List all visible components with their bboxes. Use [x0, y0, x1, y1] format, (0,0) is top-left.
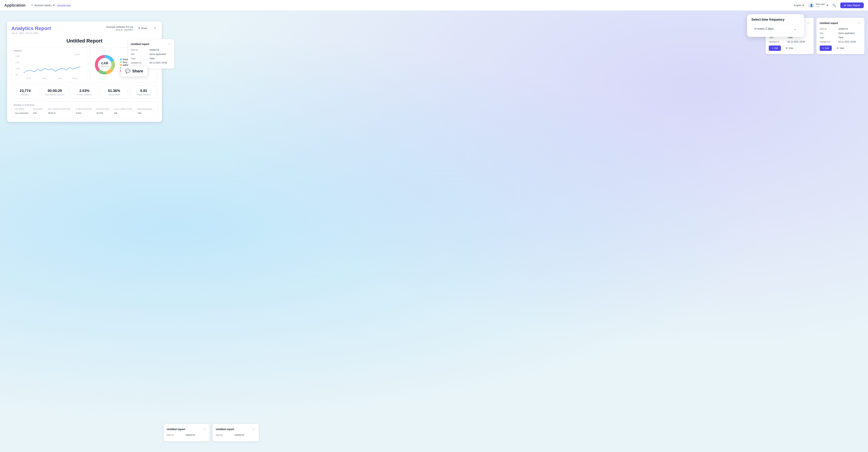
donut-center-label: Sessions	[101, 65, 108, 67]
col-new-sessions: % NEW SESSIONS	[74, 108, 95, 111]
data-table: KEYWORD SESSIONS ↓ AVG. SESSION DURATION…	[14, 108, 155, 115]
time-freq-chevron-icon: ⌄	[794, 27, 797, 31]
col-bounce: BOUNCE RATE	[95, 108, 112, 111]
language-selector[interactable]: English	[793, 3, 806, 7]
time-freq-value: In every 2 days	[754, 27, 774, 30]
line-chart-svg: 2,000 1,500 1,000 500 32,104	[14, 53, 85, 80]
col-goals: GOAL COMPLETIONS	[113, 108, 136, 111]
col-avg-session: AVG. SESSION DURATION	[46, 108, 74, 111]
search-button[interactable]: 🔍	[831, 2, 837, 8]
report-card-bottom-2: Untitled report ⋯ GA4 Id : 34565276	[213, 424, 259, 441]
cell-avg-session: 00:00:15	[46, 111, 74, 115]
metric-sessions: 23,774 Sessions	[11, 86, 39, 99]
metric-bounce-rate-label: Bounce Rate	[103, 93, 125, 96]
new-report-label: New Report	[847, 4, 860, 7]
close-button[interactable]: ×	[153, 26, 157, 31]
col-keyword: KEYWORD	[14, 108, 32, 111]
user-name: Test user	[815, 3, 825, 5]
report-card-1-view-button[interactable]: 👁 View	[783, 46, 796, 51]
report-card-2-edit-button[interactable]: ✏ Edit	[820, 46, 832, 51]
user-plan: Free	[815, 5, 825, 8]
report-card-bottom-1-header: Untitled report ⋯	[167, 427, 207, 431]
partial-field-updated: Updated At : 02-11-2023, 03:06	[131, 62, 172, 64]
line-chart-container: Sessions 2,000 1,500 1,000 500 32,104	[11, 47, 87, 83]
report-card-bottom-1: Untitled report ⋯ GA4 Id : 34565276	[163, 424, 210, 441]
partial-field-site: Site : Demo application	[131, 53, 172, 56]
hamburger-icon: ≡	[31, 4, 33, 7]
report-card-1-edit-button[interactable]: ✏ Edit	[769, 46, 781, 51]
metric-bounce-rate-value: 51.36%	[103, 89, 125, 93]
y-label-4: 500	[16, 74, 18, 76]
chart-sessions-label: Sessions	[14, 50, 85, 52]
partial-report-more-icon[interactable]: ⋯	[168, 42, 172, 46]
report-card-bottom-1-title: Untitled report	[167, 428, 185, 431]
analytics-header: Analytics Report Jan 10, 2024 - Feb 10, …	[11, 26, 157, 34]
report-card-1-more-icon[interactable]: ⋯	[807, 21, 810, 25]
edit-icon: ✏	[772, 47, 773, 50]
report-card-2-updated: Updated At : 02-11-2023, 03:06	[820, 40, 861, 43]
edit-icon-2: ✏	[823, 47, 824, 50]
donut-inner-circle	[98, 58, 112, 71]
time-freq-selector[interactable]: In every 2 days ⌄	[751, 24, 800, 33]
analytics-ga4: GA4 Id: 13425467	[106, 29, 133, 31]
metric-new-sessions: 2.03% % New Sessions	[71, 86, 98, 99]
language-label: English	[794, 4, 802, 7]
donut-svg-wrapper: 2,335 Sessions	[92, 52, 117, 78]
report-card-2-ga4: GA4 Id : 34565276	[820, 28, 861, 30]
share-icon: ⬆	[138, 27, 140, 30]
analytics-title: Analytics Report	[11, 26, 51, 31]
x-label-2: 2 Dec	[42, 78, 46, 79]
report-card-bottom-2-more-icon[interactable]: ⋯	[252, 427, 256, 431]
report-card-2-type: Type : Table	[820, 36, 861, 39]
account-selector[interactable]: ≡ Account name1 Upgrade plan	[31, 4, 71, 7]
cell-new-sessions: 4.54%	[74, 111, 95, 115]
partial-report-card: Untitled report ⋯ GA4 Id : 34565276 Site…	[128, 39, 174, 69]
report-card-2-view-button[interactable]: 👁 View	[834, 46, 847, 51]
cell-pages: 3.84	[136, 111, 155, 115]
share-button[interactable]: ⬆ Share	[136, 26, 150, 31]
metric-avg-session: 00:00:29 Avg. Session Duration	[41, 86, 69, 99]
metric-avg-session-label: Avg. Session Duration	[44, 93, 66, 96]
plus-icon: ⊕	[844, 4, 846, 7]
partial-report-title: Untitled report	[131, 42, 149, 46]
time-frequency-card: Select time frequency In every 2 days ⌄	[747, 14, 804, 37]
app-brand: Application	[4, 3, 26, 8]
report-card-bottom-1-ga4: GA4 Id : 34565276	[167, 434, 207, 436]
share-popup-text: Share	[132, 69, 143, 73]
x-label-4: 16 Dec	[72, 78, 78, 79]
metric-sessions-label: Sessions	[14, 93, 36, 96]
analytics-company: Example Software Pvt Ltd	[106, 26, 133, 28]
report-card-2-site: Site : Demo application	[820, 32, 861, 34]
col-pages: PAGES/SESSION	[136, 108, 155, 111]
y-label-2: 1,500	[16, 62, 20, 63]
report-card-1-updated: Updated At : 02-11-2023, 03:06	[769, 40, 810, 43]
metrics-row: 23,774 Sessions 00:00:29 Avg. Session Du…	[11, 86, 157, 99]
report-card-2-actions: ✏ Edit 👁 View	[820, 46, 861, 51]
report-card-2-more-icon[interactable]: ⋯	[858, 21, 861, 25]
user-badge[interactable]: 👤 Test user Free	[808, 2, 828, 8]
donut-center-value: 2,335	[101, 62, 108, 65]
new-report-button[interactable]: ⊕ New Report	[840, 2, 864, 8]
report-card-2: Untitled report ⋯ GA4 Id : 34565276 Site…	[816, 18, 864, 54]
account-chevron-icon	[53, 5, 55, 6]
table-row: Isuzu Ascender 530 00:00:15 4.54% 55.42%…	[14, 111, 155, 115]
eye-icon: 👁	[786, 47, 788, 50]
reports-bottom: Untitled report ⋯ GA4 Id : 34565276 Unti…	[163, 424, 259, 441]
user-chevron-icon	[827, 5, 828, 6]
upgrade-link[interactable]: Upgrade plan	[57, 4, 71, 7]
col-sessions: SESSIONS ↓	[32, 108, 46, 111]
account-name: Account name1	[34, 4, 52, 7]
cell-goals: 209	[113, 111, 136, 115]
report-card-bottom-1-more-icon[interactable]: ⋯	[203, 427, 207, 431]
report-card-bottom-2-ga4: GA4 Id : 34565276	[216, 434, 256, 436]
share-popup: 💬 Share	[121, 66, 147, 77]
user-info: Test user Free	[815, 3, 825, 8]
analytics-date: Jan 10, 2024 - Feb 10, 2024	[11, 32, 51, 34]
time-freq-title: Select time frequency	[751, 18, 800, 22]
x-label-1: 25 Nov	[26, 78, 31, 79]
chart-max-label: 32,104	[74, 54, 80, 55]
metric-pages-session-label: Pages/Session	[133, 93, 154, 96]
report-card-bottom-2-title: Untitled report	[216, 428, 234, 431]
y-label-3: 1,000	[16, 68, 20, 69]
partial-field-ga4: GA4 Id : 34565276	[131, 49, 172, 51]
